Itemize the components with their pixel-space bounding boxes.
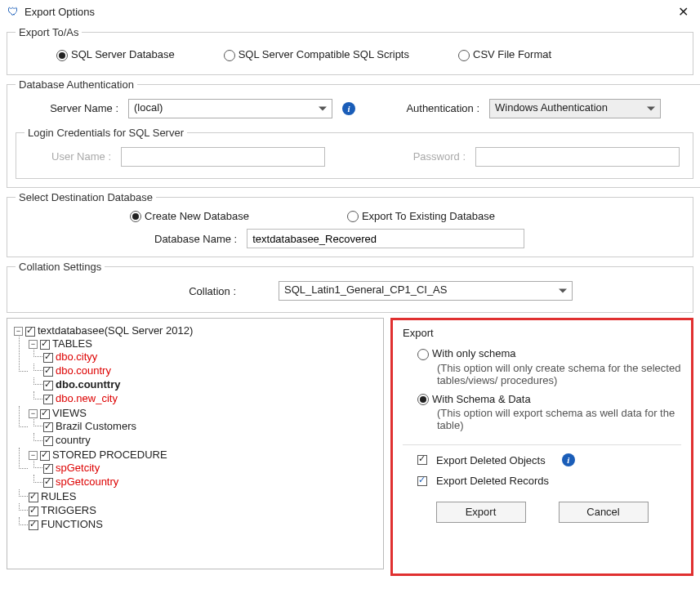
- tree-checkbox[interactable]: [43, 464, 53, 474]
- export-legend: Export: [403, 327, 681, 339]
- export-button[interactable]: Export: [436, 502, 526, 523]
- expand-icon[interactable]: −: [29, 409, 38, 418]
- tree-triggers[interactable]: TRIGGERS: [41, 504, 96, 516]
- app-icon: 🛡: [7, 5, 20, 18]
- radio-sql-scripts[interactable]: SQL Server Compatible SQL Scripts: [224, 48, 409, 61]
- login-creds-group: Login Credentials for SQL Server User Na…: [16, 127, 693, 179]
- object-tree[interactable]: −textdatabasee(SQL Server 2012) −TABLES …: [7, 318, 384, 569]
- tree-item[interactable]: dbo.new_city: [56, 392, 118, 404]
- expand-icon[interactable]: −: [29, 451, 38, 460]
- expand-icon[interactable]: −: [14, 327, 23, 336]
- chk-deleted-records[interactable]: [417, 476, 427, 486]
- radio-schema-data[interactable]: With Schema & Data: [417, 393, 531, 405]
- tree-views[interactable]: VIEWS: [52, 407, 87, 419]
- tree-item[interactable]: spGetcity: [56, 462, 100, 474]
- tree-checkbox[interactable]: [29, 520, 38, 530]
- radio-sql-server-db[interactable]: SQL Server Database: [56, 48, 175, 61]
- db-auth-legend: Database Authentication: [16, 78, 137, 91]
- auth-select[interactable]: Windows Authentication: [489, 99, 661, 118]
- dest-db-group: Select Destination Database Create New D…: [7, 191, 693, 258]
- tree-functions[interactable]: FUNCTIONS: [41, 518, 103, 530]
- tree-checkbox[interactable]: [40, 451, 50, 461]
- tree-item[interactable]: spGetcountry: [56, 475, 118, 488]
- export-to-group: Export To/As SQL Server Database SQL Ser…: [7, 26, 693, 75]
- tree-tables[interactable]: TABLES: [52, 337, 92, 350]
- tree-item[interactable]: country: [56, 434, 91, 446]
- tree-checkbox[interactable]: [29, 507, 38, 516]
- info-icon[interactable]: i: [562, 453, 575, 466]
- login-creds-legend: Login Credentials for SQL Server: [25, 127, 187, 139]
- tree-checkbox[interactable]: [43, 367, 53, 377]
- db-name-input[interactable]: [247, 229, 524, 248]
- chk-deleted-objects-label: Export Deleted Objects: [436, 454, 546, 466]
- expand-icon[interactable]: −: [29, 340, 38, 349]
- export-to-legend: Export To/As: [16, 26, 82, 38]
- tree-procs[interactable]: STORED PROCEDURE: [52, 448, 167, 461]
- radio-csv[interactable]: CSV File Format: [458, 48, 551, 61]
- password-input[interactable]: [475, 147, 680, 167]
- collation-legend: Collation Settings: [16, 261, 105, 273]
- radio-only-schema[interactable]: With only schema: [417, 347, 516, 359]
- radio-create-new-db[interactable]: Create New Database: [130, 210, 249, 223]
- tree-rules[interactable]: RULES: [41, 490, 76, 502]
- tree-item[interactable]: Brazil Customers: [56, 420, 136, 432]
- collation-label: Collation :: [163, 285, 236, 297]
- tree-checkbox[interactable]: [43, 395, 53, 404]
- radio-existing-db[interactable]: Export To Existing Database: [347, 210, 495, 223]
- username-input[interactable]: [121, 147, 325, 167]
- title-bar: 🛡 Export Options ✕: [0, 0, 700, 23]
- tree-checkbox[interactable]: [29, 493, 38, 502]
- close-icon[interactable]: ✕: [673, 4, 693, 20]
- tree-checkbox[interactable]: [25, 327, 35, 337]
- tree-checkbox[interactable]: [43, 353, 53, 363]
- server-name-select[interactable]: (local): [128, 99, 332, 118]
- auth-label: Authentication :: [381, 102, 479, 114]
- db-name-label: Database Name :: [154, 233, 237, 245]
- collation-select[interactable]: SQL_Latin1_General_CP1_CI_AS: [279, 281, 573, 301]
- db-auth-group: Database Authentication Server Name : (l…: [7, 78, 700, 188]
- hint-only-schema: (This option will only create schema for…: [417, 360, 681, 393]
- tree-checkbox[interactable]: [43, 422, 53, 432]
- tree-checkbox[interactable]: [40, 409, 50, 419]
- dest-db-legend: Select Destination Database: [16, 191, 156, 203]
- chk-deleted-objects[interactable]: [417, 455, 427, 465]
- export-options-panel: Export With only schema (This option wil…: [390, 318, 693, 576]
- chk-deleted-records-label: Export Deleted Records: [436, 475, 549, 487]
- tree-root[interactable]: textdatabasee(SQL Server 2012): [38, 324, 193, 337]
- tree-checkbox[interactable]: [43, 381, 53, 390]
- cancel-button[interactable]: Cancel: [559, 502, 649, 523]
- username-label: User Name :: [29, 150, 111, 163]
- tree-item[interactable]: dbo.country: [56, 364, 111, 377]
- hint-schema-data: (This option will export schema as well …: [417, 405, 681, 438]
- tree-item[interactable]: dbo.cityy: [56, 350, 97, 363]
- server-name-label: Server Name :: [20, 102, 118, 114]
- tree-checkbox[interactable]: [43, 436, 53, 446]
- tree-checkbox[interactable]: [43, 478, 53, 488]
- window-title: Export Options: [25, 6, 95, 18]
- password-label: Password :: [376, 150, 466, 163]
- collation-group: Collation Settings Collation : SQL_Latin…: [7, 261, 693, 313]
- tree-item[interactable]: dbo.counttry: [56, 378, 120, 390]
- info-icon[interactable]: i: [342, 102, 355, 115]
- tree-checkbox[interactable]: [40, 340, 50, 350]
